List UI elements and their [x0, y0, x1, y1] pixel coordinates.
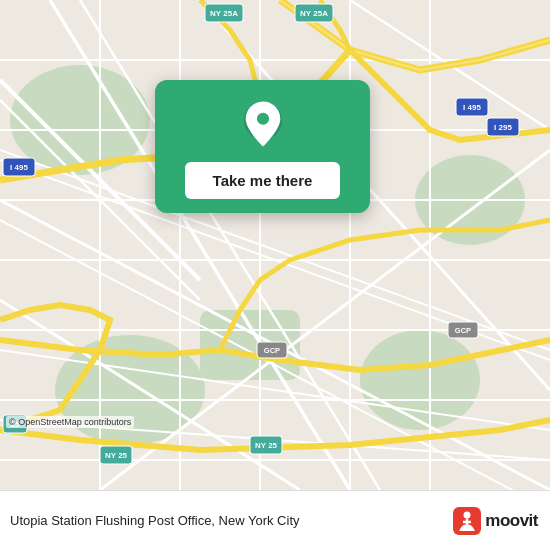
moovit-icon — [453, 507, 481, 535]
moovit-brand-name: moovit — [485, 511, 538, 531]
take-me-there-button[interactable]: Take me there — [185, 162, 341, 199]
svg-text:NY 25A: NY 25A — [210, 9, 238, 18]
location-card: Take me there — [155, 80, 370, 213]
svg-text:I 295: I 295 — [494, 123, 512, 132]
map-pin-icon — [237, 98, 289, 150]
svg-text:NY 25A: NY 25A — [300, 9, 328, 18]
svg-point-55 — [464, 511, 471, 518]
bottom-bar: Utopia Station Flushing Post Office, New… — [0, 490, 550, 550]
svg-point-3 — [360, 330, 480, 430]
map: NY 25A NY 25A I 495 I 495 I 295 GCP GCP … — [0, 0, 550, 490]
svg-point-53 — [256, 113, 268, 125]
svg-text:NY 25: NY 25 — [255, 441, 278, 450]
svg-text:I 495: I 495 — [10, 163, 28, 172]
svg-text:NY 25: NY 25 — [105, 451, 128, 460]
svg-text:I 495: I 495 — [463, 103, 481, 112]
svg-text:GCP: GCP — [264, 346, 280, 355]
svg-text:GCP: GCP — [455, 326, 471, 335]
osm-attribution: © OpenStreetMap contributors — [6, 416, 134, 428]
moovit-logo: moovit — [453, 507, 538, 535]
location-label: Utopia Station Flushing Post Office, New… — [10, 513, 453, 528]
